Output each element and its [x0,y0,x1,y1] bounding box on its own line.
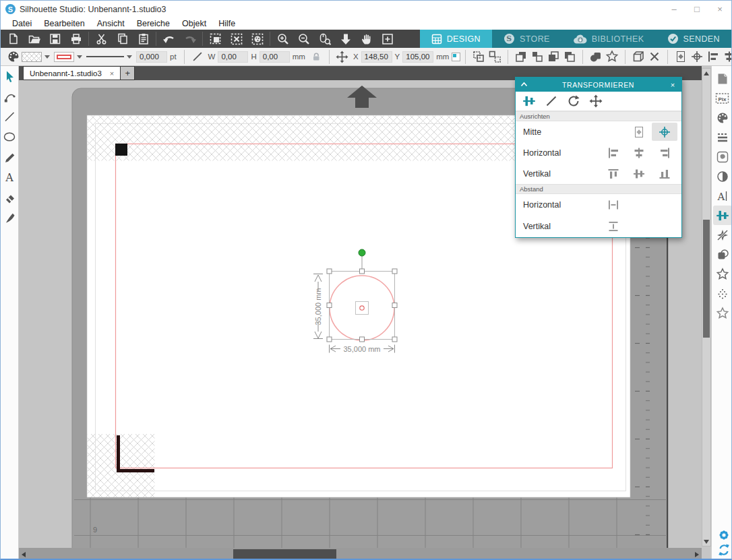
fit-to-page-button[interactable] [379,31,395,46]
fill-swatch[interactable] [22,52,42,62]
fill-color-button[interactable] [5,49,22,65]
y-position-input[interactable]: 105,00 [402,51,433,63]
ellipse-tool[interactable] [1,127,18,147]
line-style-sample[interactable] [86,52,124,62]
line-thickness-input[interactable]: 0,000 [136,51,167,63]
line-style-tool[interactable] [713,127,732,147]
vertical-scrollbar[interactable] [702,68,711,547]
panel-tab-align[interactable] [519,93,539,110]
minimize-button[interactable]: – [663,1,685,18]
undo-button[interactable] [161,31,177,46]
zoom-out-button[interactable] [296,31,311,46]
space-horizontally-button[interactable] [601,196,626,214]
line-segment-button[interactable] [189,49,206,65]
open-document-button[interactable] [26,31,42,46]
weld-button[interactable] [588,49,604,65]
maximize-button[interactable]: □ [685,1,708,18]
emboss-tool[interactable] [713,264,732,284]
move-button[interactable] [334,49,350,65]
scroll-right-arrow[interactable] [692,548,702,560]
save-button[interactable] [47,31,63,46]
options-star-button[interactable] [604,49,620,65]
text-tool[interactable]: A [1,167,18,187]
cut-button[interactable] [94,31,109,46]
make-3d-button[interactable] [630,49,646,65]
center-align-button[interactable] [652,123,677,141]
stroke-color-swatch[interactable] [54,52,74,62]
freehand-tool[interactable] [1,147,18,167]
send-to-back-button[interactable] [561,49,578,65]
ungroup-button[interactable] [487,49,503,65]
zoom-in-button[interactable] [275,31,291,46]
transform-tool[interactable] [713,206,732,225]
new-document-button[interactable] [5,31,21,46]
fill-dropdown-arrow[interactable] [44,55,50,59]
delete-button[interactable] [646,49,663,65]
document-tab-close-icon[interactable]: × [110,69,114,77]
anchor-position-selector[interactable] [452,53,460,61]
menu-datei[interactable]: Datei [6,19,38,28]
collapse-chevron-icon[interactable] [520,82,528,88]
group-button[interactable] [470,49,487,65]
bring-to-front-button[interactable] [545,49,561,65]
lock-aspect-button[interactable] [308,49,324,65]
scroll-left-arrow[interactable] [19,548,28,560]
transform-panel-close-icon[interactable]: × [669,81,677,89]
scroll-up-arrow[interactable] [702,69,710,77]
new-document-tab-button[interactable]: + [121,66,135,80]
deselect-all-button[interactable] [228,31,244,46]
edit-points-tool[interactable] [1,86,18,106]
zoom-to-selection-button[interactable] [338,31,353,46]
rotate-handle[interactable] [359,249,365,256]
horizontal-scroll-thumb[interactable] [233,549,336,559]
space-vertically-button[interactable] [601,218,626,236]
print-button[interactable] [68,31,84,46]
menu-ansicht[interactable]: Ansicht [91,19,131,28]
fill-color-tool[interactable] [713,108,732,127]
line-style-dropdown-arrow[interactable] [127,55,132,59]
panel-tab-rotate[interactable] [563,93,584,110]
panel-tab-move[interactable] [586,93,606,110]
align-right-button[interactable] [652,144,677,162]
center-marker[interactable] [356,302,369,315]
horizontal-scrollbar[interactable] [19,548,702,560]
menu-bereiche[interactable]: Bereiche [131,19,176,28]
width-input[interactable]: 0,00 [218,51,248,63]
align-middle-button[interactable] [626,164,652,183]
knife-tool[interactable] [1,208,18,228]
bring-forward-button[interactable] [513,49,529,65]
page-setup-tool[interactable] [713,69,732,88]
align-left-button[interactable] [601,144,626,162]
shadow-tool[interactable] [713,166,732,186]
trace-tool[interactable]: Pix [713,88,732,108]
height-input[interactable]: 0,00 [260,51,290,63]
tab-store[interactable]: S STORE [492,30,561,48]
sync-icon[interactable] [717,543,731,557]
vertical-scroll-thumb[interactable] [703,220,710,338]
menu-hilfe[interactable]: Hilfe [212,19,241,28]
align-centre-button[interactable] [626,144,652,162]
sketch-tool[interactable] [713,303,732,323]
eraser-tool[interactable] [1,187,18,208]
x-position-input[interactable]: 148,50 [361,51,392,63]
stroke-dropdown-arrow[interactable] [77,55,82,59]
document-tab[interactable]: Unbenannt-1.studio3 × [23,66,121,80]
offset-tool[interactable] [713,245,732,264]
send-backward-button[interactable] [529,49,545,65]
menu-bearbeiten[interactable]: Bearbeiten [38,19,90,28]
align-centre-button[interactable] [721,49,731,65]
line-tool[interactable] [1,106,18,127]
scroll-down-arrow[interactable] [702,537,710,546]
modify-tool[interactable] [713,225,732,245]
center-to-page-align-button[interactable] [626,123,652,141]
align-bottom-button[interactable] [652,164,677,183]
drag-zoom-button[interactable] [317,31,332,46]
paste-button[interactable] [135,31,151,46]
select-tool[interactable] [1,66,18,86]
copy-button[interactable] [115,31,130,46]
center-to-page-button[interactable] [673,49,689,65]
tab-senden[interactable]: SENDEN [656,30,732,48]
pan-button[interactable] [359,31,374,46]
redo-button[interactable] [182,31,197,46]
menu-objekt[interactable]: Objekt [176,19,212,28]
